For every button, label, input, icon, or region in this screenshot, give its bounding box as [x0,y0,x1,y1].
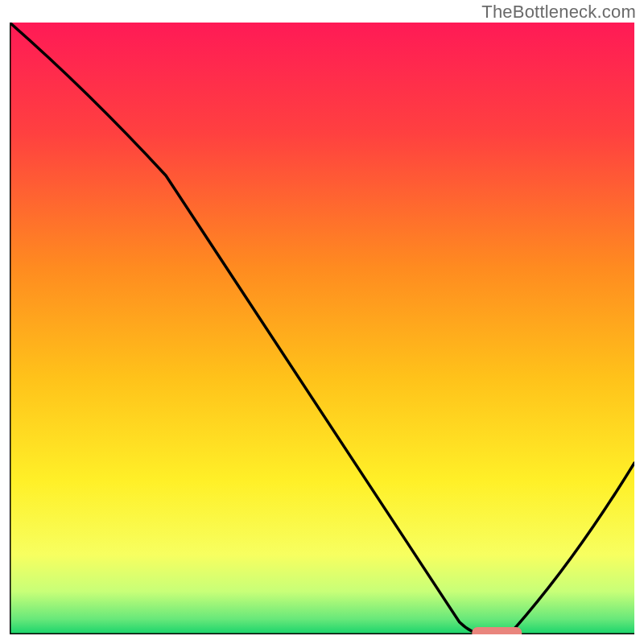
gradient-rect [10,23,634,634]
highlight-marker [472,627,522,634]
chart-container: TheBottleneck.com [0,0,644,644]
plot-frame [10,23,634,634]
watermark-text: TheBottleneck.com [481,2,636,23]
chart-svg [10,23,634,634]
